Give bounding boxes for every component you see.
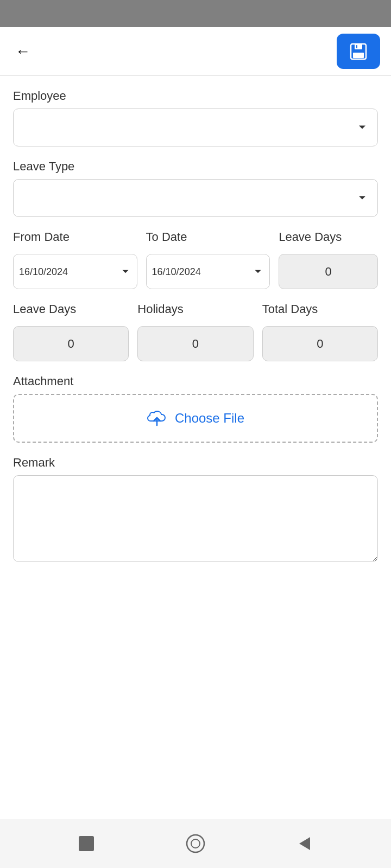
leave-type-label: Leave Type bbox=[13, 159, 378, 174]
total-days-col: Total Days 0 bbox=[262, 302, 378, 361]
days-row: Leave Days 0 Holidays 0 Total Days 0 bbox=[13, 302, 378, 361]
to-date-col: To Date 16/10/2024 bbox=[146, 230, 270, 289]
holidays-col: Holidays 0 bbox=[137, 302, 253, 361]
nav-home-button[interactable] bbox=[185, 833, 206, 854]
remark-label: Remark bbox=[13, 456, 378, 470]
square-icon bbox=[77, 834, 96, 853]
top-bar: ← bbox=[0, 27, 391, 76]
to-date-label: To Date bbox=[146, 230, 270, 244]
remark-textarea[interactable] bbox=[13, 475, 378, 562]
total-days-value: 0 bbox=[262, 326, 378, 361]
remark-section: Remark bbox=[13, 456, 378, 564]
leave-days-col2: Leave Days 0 bbox=[13, 302, 129, 361]
svg-rect-5 bbox=[79, 836, 94, 851]
date-row: From Date 16/10/2024 To Date 16/10/2024 … bbox=[13, 230, 378, 289]
leave-days-value2: 0 bbox=[13, 326, 129, 361]
leave-days-value: 0 bbox=[279, 254, 378, 289]
total-days-label: Total Days bbox=[262, 302, 378, 316]
leave-type-select[interactable] bbox=[13, 179, 378, 217]
save-icon bbox=[349, 42, 368, 61]
choose-file-text: Choose File bbox=[175, 411, 244, 426]
circle-icon bbox=[185, 833, 206, 854]
leave-days-label: Leave Days bbox=[279, 230, 378, 244]
employee-select[interactable] bbox=[13, 108, 378, 146]
employee-label: Employee bbox=[13, 89, 378, 103]
leave-days-col: Leave Days 0 bbox=[279, 230, 378, 289]
holidays-label: Holidays bbox=[137, 302, 253, 316]
employee-field-group: Employee bbox=[13, 89, 378, 146]
svg-point-7 bbox=[191, 839, 200, 848]
nav-square-button[interactable] bbox=[77, 834, 96, 853]
status-bar bbox=[0, 0, 391, 27]
from-date-label: From Date bbox=[13, 230, 137, 244]
attachment-label: Attachment bbox=[13, 374, 378, 388]
attachment-section: Attachment Choose File bbox=[13, 374, 378, 443]
bottom-nav bbox=[0, 819, 391, 868]
svg-marker-8 bbox=[299, 837, 310, 850]
save-button[interactable] bbox=[337, 34, 380, 69]
svg-rect-3 bbox=[356, 45, 357, 48]
leave-type-field-group: Leave Type bbox=[13, 159, 378, 217]
triangle-icon bbox=[295, 834, 314, 853]
choose-file-button[interactable]: Choose File bbox=[13, 394, 378, 443]
form-container: Employee Leave Type From Date 16/10/2024… bbox=[0, 76, 391, 819]
nav-back-button[interactable] bbox=[295, 834, 314, 853]
leave-days-label2: Leave Days bbox=[13, 302, 129, 316]
back-button[interactable]: ← bbox=[11, 39, 35, 65]
from-date-select[interactable]: 16/10/2024 bbox=[13, 254, 137, 289]
svg-point-6 bbox=[187, 835, 204, 852]
svg-rect-1 bbox=[355, 44, 362, 49]
holidays-value: 0 bbox=[137, 326, 253, 361]
upload-cloud-icon bbox=[147, 409, 167, 427]
svg-rect-2 bbox=[353, 53, 364, 58]
from-date-col: From Date 16/10/2024 bbox=[13, 230, 137, 289]
to-date-select[interactable]: 16/10/2024 bbox=[146, 254, 270, 289]
